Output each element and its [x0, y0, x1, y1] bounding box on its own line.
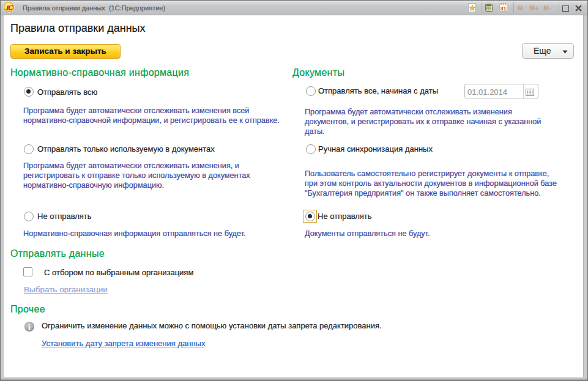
- svg-text:31: 31: [500, 6, 506, 12]
